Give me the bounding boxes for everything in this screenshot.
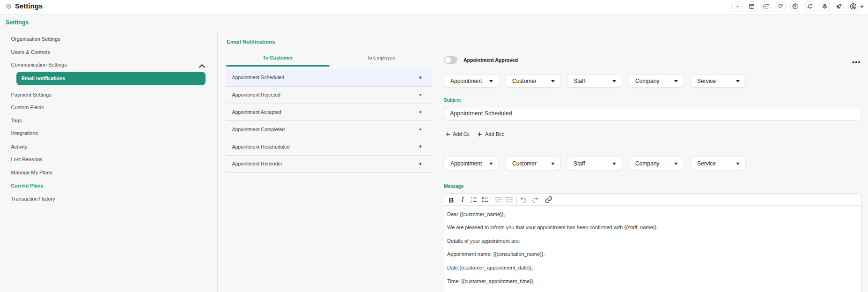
svg-text:2: 2	[471, 200, 472, 203]
svg-text:1: 1	[471, 197, 472, 200]
svg-text:?: ?	[781, 4, 783, 7]
